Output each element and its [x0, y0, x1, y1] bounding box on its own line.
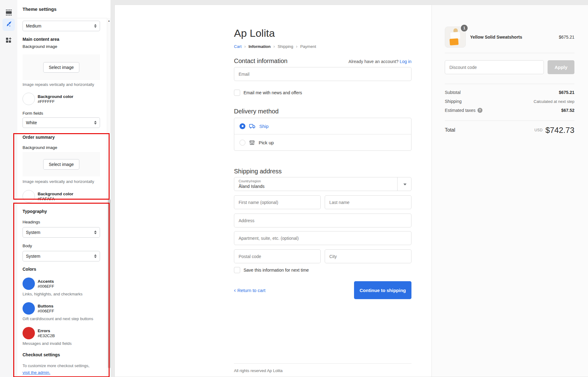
- buttons-color-row: Buttons #006EFF: [23, 302, 100, 315]
- shipping-label: Shipping: [445, 99, 462, 104]
- bg-color-label: Background color: [38, 191, 73, 197]
- taxes-value: $67.52: [561, 108, 574, 113]
- save-info-label: Save this information for next time: [244, 268, 309, 273]
- subtotal-value: $675.21: [559, 90, 574, 95]
- paintbrush-icon: [5, 21, 12, 29]
- breadcrumb-payment: Payment: [300, 44, 316, 49]
- repeat-note: Image repeats vertically and horizontall…: [23, 179, 100, 184]
- login-link[interactable]: Log in: [400, 59, 411, 64]
- breadcrumb-cart-link[interactable]: Cart: [234, 44, 242, 49]
- buttons-color-hex: #006EFF: [38, 309, 54, 314]
- select-image-button[interactable]: Select image: [43, 62, 79, 73]
- pickup-radio[interactable]: [240, 140, 245, 146]
- ship-option-label: Ship: [259, 124, 269, 129]
- apply-discount-button[interactable]: Apply: [548, 60, 574, 74]
- save-info-checkbox[interactable]: [234, 267, 240, 273]
- pickup-option-label: Pick up: [259, 140, 274, 145]
- checkout-preview-area: Ap Lolita Cart › Information › Shipping …: [111, 0, 588, 377]
- ship-radio[interactable]: [240, 123, 245, 129]
- headings-font-select[interactable]: System: [23, 227, 100, 238]
- postal-code-field[interactable]: [234, 249, 321, 263]
- form-fields-select[interactable]: White: [23, 117, 100, 128]
- add-blocks-icon: [5, 37, 12, 45]
- checkout-settings-note: To customize more checkout settings,: [23, 363, 100, 368]
- order-summary-sidebar: 1 Yellow Solid Sweatshorts $675.21 Apply…: [432, 5, 588, 377]
- footer-divider: [234, 363, 411, 364]
- ship-option[interactable]: Ship: [234, 118, 411, 134]
- colors-heading: Colors: [23, 267, 100, 272]
- help-icon[interactable]: ?: [477, 108, 482, 113]
- bg-color-value: #FFFFFF: [38, 99, 73, 104]
- breadcrumb: Cart › Information › Shipping › Payment: [234, 44, 411, 49]
- chevron-right-icon: ›: [244, 44, 246, 49]
- accents-color-swatch[interactable]: [23, 277, 35, 290]
- first-name-field[interactable]: [234, 195, 321, 209]
- visit-admin-link[interactable]: visit the admin.: [23, 370, 50, 375]
- accents-color-row: Accents #006EFF: [23, 277, 100, 290]
- checkout-main-column: Ap Lolita Cart › Information › Shipping …: [234, 5, 411, 377]
- total-amount: $742.73: [545, 125, 574, 135]
- news-checkbox[interactable]: [234, 90, 240, 96]
- chevron-left-icon: ‹: [234, 287, 236, 294]
- errors-color-desc: Messages and invalid fields: [23, 341, 100, 346]
- email-field[interactable]: [234, 67, 411, 81]
- repeat-note: Image repeats vertically and horizontall…: [23, 82, 100, 87]
- buttons-color-swatch[interactable]: [23, 302, 35, 315]
- sections-tab-button[interactable]: [2, 7, 15, 19]
- continue-to-shipping-button[interactable]: Continue to shipping: [354, 281, 411, 299]
- checkout-settings-heading: Checkout settings: [23, 352, 100, 357]
- typography-heading: Typography: [23, 209, 100, 214]
- country-select[interactable]: Country/region Åland Islands: [234, 177, 411, 191]
- last-name-field[interactable]: [325, 195, 411, 209]
- account-prompt: Already have an account?: [348, 59, 398, 64]
- body-label: Body: [23, 244, 100, 248]
- store-icon: [249, 140, 255, 146]
- bg-color-value: #FAFAFA: [38, 197, 73, 201]
- country-select-value: Åland Islands: [239, 184, 265, 189]
- errors-color-hex: #E32C2B: [38, 333, 55, 338]
- contact-heading-row: Contact information Already have an acco…: [234, 57, 411, 65]
- contact-heading: Contact information: [234, 57, 287, 65]
- bg-color-row: Background color #FFFFFF: [23, 93, 100, 105]
- select-stepper-icon: [94, 24, 97, 28]
- bg-image-well: Select image: [23, 152, 100, 176]
- news-checkbox-row: Email me with news and offers: [234, 90, 411, 96]
- body-font-select[interactable]: System: [23, 251, 100, 261]
- bg-color-swatch[interactable]: [23, 93, 35, 105]
- bg-image-well: Select image: [23, 54, 100, 80]
- panel-title: Theme settings: [23, 6, 56, 12]
- return-to-cart-link[interactable]: ‹ Return to cart: [234, 287, 265, 294]
- name-fields-row: [234, 195, 411, 209]
- bg-color-swatch[interactable]: [23, 190, 35, 202]
- panel-scrollbar[interactable]: ▲: [107, 18, 111, 377]
- form-fields-label: Form fields: [23, 111, 100, 116]
- select-stepper-icon: [94, 231, 97, 234]
- truck-icon: [249, 123, 256, 129]
- quantity-badge: 1: [460, 24, 468, 32]
- breadcrumb-information: Information: [248, 44, 271, 49]
- divider: [445, 121, 574, 121]
- footer-copyright: All rights reserved Ap Lolita: [234, 368, 411, 373]
- divider: [445, 53, 574, 53]
- select-stepper-icon: [94, 121, 97, 125]
- theme-settings-tab-button[interactable]: [2, 19, 15, 31]
- shipping-row: Shipping Calculated at next step: [445, 98, 574, 104]
- buttons-color-name: Buttons: [38, 303, 54, 309]
- errors-color-swatch[interactable]: [23, 327, 35, 339]
- form-fields-select-value: White: [26, 120, 37, 125]
- checkout-settings-link-row: visit the admin.: [23, 370, 100, 375]
- divider: [445, 84, 574, 84]
- product-name: Yellow Solid Sweatshorts: [470, 35, 559, 40]
- pickup-option[interactable]: Pick up: [234, 134, 411, 150]
- select-image-button[interactable]: Select image: [43, 159, 79, 170]
- density-select[interactable]: Medium: [23, 21, 100, 31]
- postal-city-row: [234, 249, 411, 263]
- apps-tab-button[interactable]: [2, 35, 15, 47]
- city-field[interactable]: [325, 249, 411, 263]
- apartment-field[interactable]: [234, 231, 411, 245]
- divider: [397, 177, 398, 191]
- delivery-method-box: Ship Pick up: [234, 118, 411, 151]
- subtotal-label: Subtotal: [445, 90, 461, 95]
- discount-code-field[interactable]: [445, 60, 544, 74]
- address-field[interactable]: [234, 214, 411, 227]
